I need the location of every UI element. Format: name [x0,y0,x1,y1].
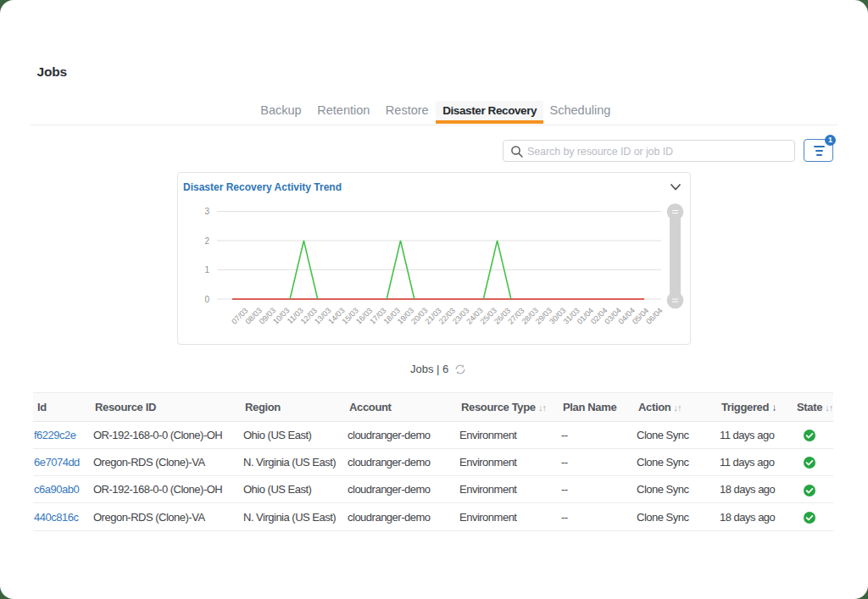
svg-text:3: 3 [204,207,209,216]
svg-text:0: 0 [204,295,209,304]
svg-text:2: 2 [204,236,209,246]
svg-text:1: 1 [204,265,209,275]
svg-text:06/04: 06/04 [644,306,664,325]
